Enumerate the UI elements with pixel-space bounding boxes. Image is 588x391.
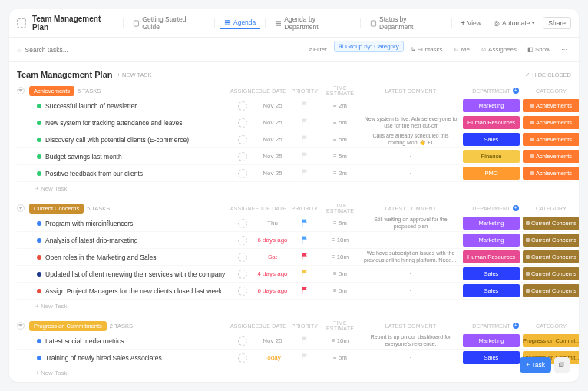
column-header-department[interactable]: DEPARTMENT: [462, 206, 520, 211]
tab-status-dept[interactable]: Status by Department: [365, 14, 447, 32]
due-date[interactable]: Today: [256, 354, 289, 361]
task-name-cell[interactable]: Open roles in the Marketing and Sales: [29, 253, 229, 261]
assignee-placeholder[interactable]: [238, 152, 247, 161]
time-estimate[interactable]: ≡ 5m: [321, 136, 359, 143]
assignee-placeholder[interactable]: [238, 101, 247, 111]
priority-cell[interactable]: [290, 152, 319, 161]
group-pill[interactable]: Achievements: [29, 86, 74, 96]
assignee-placeholder[interactable]: [238, 336, 247, 346]
task-name-cell[interactable]: Analysis of latest drip-marketing: [29, 237, 229, 244]
me-button[interactable]: ☺ Me: [450, 45, 474, 55]
layers-fab[interactable]: [554, 357, 570, 373]
priority-cell[interactable]: [290, 169, 319, 178]
task-row[interactable]: Updated list of client renewing their se…: [17, 266, 571, 283]
time-estimate[interactable]: ≡ 5m: [321, 354, 359, 361]
task-name-cell[interactable]: Latest social media metrics: [29, 337, 229, 345]
due-date[interactable]: 4 days ago: [256, 270, 289, 277]
category-tag[interactable]: Achievements: [523, 167, 579, 180]
list-icon[interactable]: [17, 18, 26, 28]
task-name-cell[interactable]: Program with microinfluencers: [29, 220, 229, 227]
priority-cell[interactable]: [290, 270, 319, 279]
task-name-cell[interactable]: Assign Project Managers for the new clie…: [29, 287, 229, 295]
tab-getting-started[interactable]: Getting Started Guide: [128, 14, 210, 32]
add-view-button[interactable]: +View: [457, 18, 486, 28]
priority-cell[interactable]: [290, 336, 319, 346]
department-tag[interactable]: Marketing: [463, 234, 520, 247]
assignee-placeholder[interactable]: [238, 236, 247, 245]
task-name-cell[interactable]: Successful launch of newsletter: [29, 102, 229, 110]
category-tag[interactable]: Progress on Commit…: [523, 334, 579, 347]
status-dot[interactable]: [37, 154, 41, 159]
category-tag[interactable]: Achievements: [523, 99, 579, 112]
time-estimate[interactable]: ≡ 2m: [321, 102, 359, 109]
time-estimate[interactable]: ≡ 5m: [321, 220, 359, 227]
time-estimate[interactable]: ≡ 5m: [321, 153, 359, 160]
task-row[interactable]: Assign Project Managers for the new clie…: [17, 283, 571, 300]
category-tag[interactable]: Current Concerns: [523, 284, 579, 297]
due-date[interactable]: Nov 25: [256, 102, 289, 109]
new-task-row[interactable]: + New Task: [17, 182, 571, 195]
status-dot[interactable]: [37, 238, 41, 243]
groupby-button[interactable]: ⊞ Group by: Category: [334, 41, 404, 52]
group-pill[interactable]: Current Concerns: [29, 204, 84, 214]
due-date[interactable]: Sat: [256, 253, 289, 260]
department-tag[interactable]: PMO: [463, 167, 520, 180]
task-row[interactable]: Analysis of latest drip-marketing6 days …: [17, 232, 571, 249]
due-date[interactable]: Thu: [256, 220, 289, 227]
filter-button[interactable]: ▿ Filter: [305, 45, 331, 55]
priority-cell[interactable]: [290, 118, 319, 128]
task-name-cell[interactable]: New system for tracking attendance and l…: [29, 119, 229, 127]
due-date[interactable]: 6 days ago: [256, 287, 289, 294]
task-row[interactable]: Successful launch of newsletterNov 25≡ 2…: [17, 98, 571, 114]
section-new-task[interactable]: + NEW TASK: [117, 71, 152, 78]
automate-button[interactable]: ◎Automate▾: [489, 18, 540, 28]
task-name-cell[interactable]: Budget savings last month: [29, 153, 229, 161]
show-button[interactable]: ◧ Show: [524, 45, 554, 55]
status-dot[interactable]: [37, 121, 41, 125]
group-pill[interactable]: Progress on Commitments: [29, 321, 107, 331]
task-name-cell[interactable]: Discovery call with potential clients (E…: [29, 136, 229, 144]
content-scroll[interactable]: Team Management Plan + NEW TASK ✓ HIDE C…: [9, 62, 579, 382]
due-date[interactable]: Nov 25: [256, 337, 289, 344]
assignee-placeholder[interactable]: [238, 287, 247, 296]
department-tag[interactable]: Sales: [463, 284, 520, 297]
category-tag[interactable]: Current Concerns: [523, 250, 579, 263]
category-tag[interactable]: Current Concerns: [523, 217, 579, 230]
time-estimate[interactable]: ≡ 10m: [321, 253, 359, 260]
assignee-placeholder[interactable]: [238, 169, 247, 178]
status-dot[interactable]: [37, 171, 41, 176]
time-estimate[interactable]: ≡ 5m: [321, 270, 359, 277]
assignee-placeholder[interactable]: [238, 253, 247, 262]
new-task-row[interactable]: + New Task: [17, 366, 571, 379]
task-name-cell[interactable]: Positive feedback from our clients: [29, 170, 229, 177]
toolbar-more-button[interactable]: ⋯: [557, 45, 571, 55]
group-toggle[interactable]: [17, 322, 25, 330]
tab-agenda[interactable]: Agenda: [220, 17, 260, 29]
department-tag[interactable]: Sales: [463, 351, 520, 364]
priority-cell[interactable]: [290, 353, 319, 363]
category-tag[interactable]: Achievements: [523, 116, 579, 129]
department-tag[interactable]: Sales: [463, 133, 520, 146]
time-estimate[interactable]: ≡ 2m: [321, 170, 359, 177]
status-dot[interactable]: [37, 289, 41, 293]
task-row[interactable]: Latest social media metricsNov 25≡ 10mRe…: [17, 333, 571, 350]
task-row[interactable]: Program with microinfluencersThu≡ 5mStil…: [17, 215, 571, 232]
status-dot[interactable]: [37, 138, 41, 142]
column-header-department[interactable]: DEPARTMENT: [462, 88, 520, 94]
task-row[interactable]: Budget savings last monthNov 25≡ 5m-Fina…: [17, 148, 571, 165]
status-dot[interactable]: [37, 255, 41, 260]
time-estimate[interactable]: ≡ 5m: [321, 119, 359, 126]
task-name-cell[interactable]: Updated list of client renewing their se…: [29, 270, 229, 278]
status-dot[interactable]: [37, 272, 41, 277]
search-input[interactable]: [25, 46, 107, 54]
assignees-button[interactable]: ☺ Assignees: [477, 45, 520, 55]
status-dot[interactable]: [37, 104, 41, 108]
assignee-placeholder[interactable]: [238, 135, 247, 144]
department-tag[interactable]: Finance: [463, 150, 520, 163]
due-date[interactable]: Nov 25: [256, 153, 289, 160]
column-header-department[interactable]: DEPARTMENT: [462, 323, 520, 329]
due-date[interactable]: Nov 25: [256, 170, 289, 177]
assignee-placeholder[interactable]: [238, 219, 247, 228]
priority-cell[interactable]: [290, 253, 319, 262]
category-tag[interactable]: Current Concerns: [523, 234, 579, 247]
